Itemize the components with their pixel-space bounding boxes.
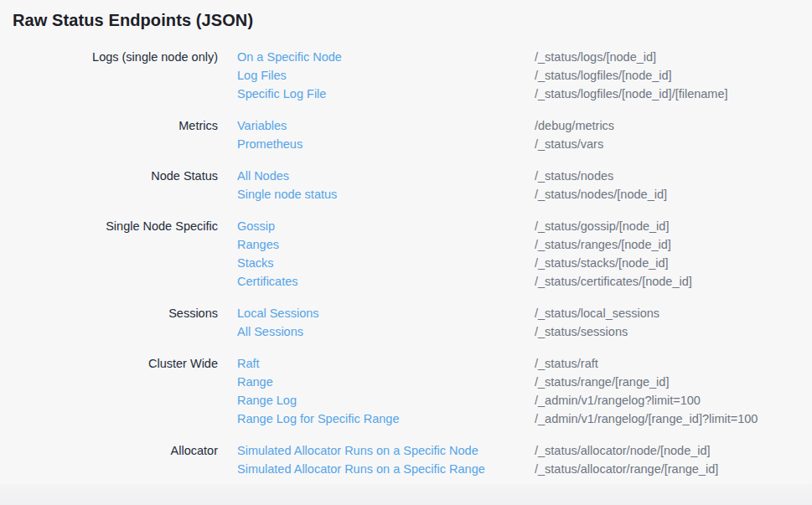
endpoint-link[interactable]: Raft xyxy=(237,354,535,373)
endpoint-section: Sessions Local Sessions /_status/local_s… xyxy=(13,304,812,341)
endpoint-link[interactable]: Stacks xyxy=(237,254,535,272)
endpoint-path: /_admin/v1/rangelog/[range_id]?limit=100 xyxy=(535,410,758,428)
raw-status-endpoints-page: Raw Status Endpoints (JSON) Logs (single… xyxy=(0,0,812,478)
endpoint-path: /_status/logfiles/[node_id]/[filename] xyxy=(535,85,728,103)
endpoint-row: All Nodes /_status/nodes xyxy=(237,167,812,185)
endpoint-row: Range Log /_admin/v1/rangelog?limit=100 xyxy=(237,391,812,410)
section-category-label: Metrics xyxy=(13,116,218,153)
endpoint-row: All Sessions /_status/sessions xyxy=(237,322,812,341)
endpoint-path: /_status/nodes xyxy=(535,167,613,185)
endpoint-link[interactable]: Prometheus xyxy=(237,135,535,153)
endpoint-link[interactable]: All Sessions xyxy=(237,322,535,341)
endpoint-link[interactable]: Variables xyxy=(237,116,535,135)
endpoint-row: Local Sessions /_status/local_sessions xyxy=(237,304,812,322)
endpoint-section: Node Status All Nodes /_status/nodes Sin… xyxy=(13,167,812,204)
endpoint-row: Certificates /_status/certificates/[node… xyxy=(237,272,812,291)
endpoint-rows: Simulated Allocator Runs on a Specific N… xyxy=(237,441,812,478)
endpoint-link[interactable]: Range Log xyxy=(237,391,535,410)
endpoint-rows: Raft /_status/raft Range /_status/range/… xyxy=(237,354,812,428)
endpoint-link[interactable]: Range Log for Specific Range xyxy=(237,410,535,428)
endpoint-rows: Gossip /_status/gossip/[node_id] Ranges … xyxy=(237,217,812,291)
endpoint-link[interactable]: Simulated Allocator Runs on a Specific N… xyxy=(237,441,535,460)
endpoint-rows: On a Specific Node /_status/logs/[node_i… xyxy=(237,48,812,103)
endpoint-path: /_status/vars xyxy=(535,135,603,153)
endpoint-link[interactable]: On a Specific Node xyxy=(237,48,535,66)
endpoint-path: /_status/certificates/[node_id] xyxy=(535,272,692,291)
endpoint-row: Specific Log File /_status/logfiles/[nod… xyxy=(237,85,812,103)
endpoint-link[interactable]: Certificates xyxy=(237,272,535,291)
endpoint-section: Single Node Specific Gossip /_status/gos… xyxy=(13,217,812,291)
endpoint-path: /_status/allocator/node/[node_id] xyxy=(535,441,711,460)
endpoint-path: /_status/nodes/[node_id] xyxy=(535,185,667,204)
endpoint-row: Single node status /_status/nodes/[node_… xyxy=(237,185,812,204)
endpoint-link[interactable]: All Nodes xyxy=(237,167,535,185)
endpoint-section: Allocator Simulated Allocator Runs on a … xyxy=(13,441,812,478)
endpoint-path: /_status/stacks/[node_id] xyxy=(535,254,669,272)
endpoint-row: Range /_status/range/[range_id] xyxy=(237,373,812,391)
endpoint-path: /_status/ranges/[node_id] xyxy=(535,235,671,254)
endpoint-row: Prometheus /_status/vars xyxy=(237,135,812,153)
endpoint-row: Gossip /_status/gossip/[node_id] xyxy=(237,217,812,235)
section-category-label: Allocator xyxy=(13,441,218,478)
endpoint-link[interactable]: Simulated Allocator Runs on a Specific R… xyxy=(237,460,535,478)
endpoint-path: /_status/range/[range_id] xyxy=(535,373,669,391)
endpoint-section: Metrics Variables /debug/metrics Prometh… xyxy=(13,116,812,153)
endpoint-row: Range Log for Specific Range /_admin/v1/… xyxy=(237,410,812,428)
section-category-label: Logs (single node only) xyxy=(13,48,218,103)
endpoint-path: /_status/logs/[node_id] xyxy=(535,48,656,66)
section-category-label: Single Node Specific xyxy=(13,217,218,291)
endpoint-path: /_status/allocator/range/[range_id] xyxy=(535,460,718,478)
endpoint-link[interactable]: Range xyxy=(237,373,535,391)
endpoint-path: /_status/logfiles/[node_id] xyxy=(535,66,672,85)
endpoint-row: Variables /debug/metrics xyxy=(237,116,812,135)
section-category-label: Sessions xyxy=(13,304,218,341)
endpoint-rows: Local Sessions /_status/local_sessions A… xyxy=(237,304,812,341)
section-category-label: Node Status xyxy=(13,167,218,204)
endpoint-link[interactable]: Single node status xyxy=(237,185,535,204)
endpoint-row: Simulated Allocator Runs on a Specific R… xyxy=(237,460,812,478)
endpoint-section: Logs (single node only) On a Specific No… xyxy=(13,48,812,103)
endpoint-path: /_status/local_sessions xyxy=(535,304,659,322)
endpoint-row: Ranges /_status/ranges/[node_id] xyxy=(237,235,812,254)
endpoint-link[interactable]: Specific Log File xyxy=(237,85,535,103)
footer-strip xyxy=(0,484,812,505)
endpoint-link[interactable]: Log Files xyxy=(237,66,535,85)
endpoint-section: Cluster Wide Raft /_status/raft Range /_… xyxy=(13,354,812,428)
endpoint-row: Simulated Allocator Runs on a Specific N… xyxy=(237,441,812,460)
page-title: Raw Status Endpoints (JSON) xyxy=(13,11,812,30)
section-category-label: Cluster Wide xyxy=(13,354,218,428)
endpoint-row: Raft /_status/raft xyxy=(237,354,812,373)
endpoint-link[interactable]: Ranges xyxy=(237,235,535,254)
endpoint-rows: All Nodes /_status/nodes Single node sta… xyxy=(237,167,812,204)
endpoint-row: Log Files /_status/logfiles/[node_id] xyxy=(237,66,812,85)
endpoint-path: /_admin/v1/rangelog?limit=100 xyxy=(535,391,701,410)
endpoint-path: /_status/sessions xyxy=(535,322,628,341)
endpoint-row: Stacks /_status/stacks/[node_id] xyxy=(237,254,812,272)
endpoint-path: /_status/gossip/[node_id] xyxy=(535,217,669,235)
endpoint-link[interactable]: Gossip xyxy=(237,217,535,235)
endpoint-link[interactable]: Local Sessions xyxy=(237,304,535,322)
endpoint-path: /_status/raft xyxy=(535,354,598,373)
endpoint-rows: Variables /debug/metrics Prometheus /_st… xyxy=(237,116,812,153)
endpoint-sections: Logs (single node only) On a Specific No… xyxy=(13,48,812,478)
endpoint-row: On a Specific Node /_status/logs/[node_i… xyxy=(237,48,812,66)
endpoint-path: /debug/metrics xyxy=(535,116,614,135)
